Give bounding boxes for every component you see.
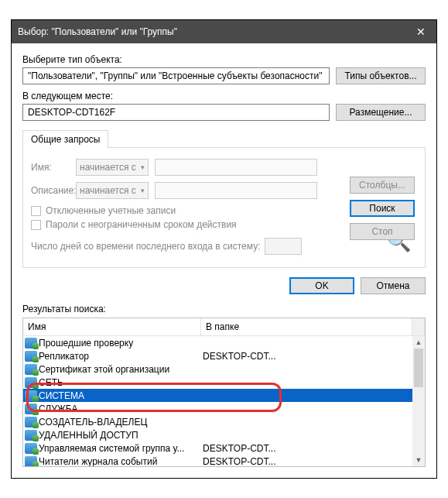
group-icon: [25, 338, 37, 349]
group-icon: [25, 417, 37, 428]
name-filter-input[interactable]: [155, 159, 317, 176]
result-row[interactable]: Читатели журнала событийDESKTOP-CDT...: [23, 455, 425, 466]
object-types-button[interactable]: Типы объектов...: [336, 67, 426, 84]
row-name: СИСТЕМА: [39, 390, 203, 401]
last-logon-spinner[interactable]: [265, 238, 302, 255]
result-row[interactable]: СЛУЖБА: [23, 402, 425, 415]
group-icon: [25, 404, 37, 414]
nonexp-passwords-label: Пароли с неограниченным сроком действия: [46, 219, 237, 230]
scrollbar[interactable]: ▲ ▼: [412, 336, 425, 466]
result-row[interactable]: СИСТЕМА: [23, 389, 425, 402]
columns-button[interactable]: Столбцы...: [350, 177, 415, 194]
result-row[interactable]: Прошедшие проверку: [23, 336, 425, 349]
result-row[interactable]: СЕТЬ: [23, 376, 425, 389]
find-now-button[interactable]: Поиск: [350, 200, 415, 217]
result-row[interactable]: УДАЛЕННЫЙ ДОСТУП: [23, 428, 425, 441]
disabled-accounts-label: Отключенные учетные записи: [46, 205, 176, 216]
col-name[interactable]: Имя: [23, 318, 201, 335]
row-name: Управляемая системой группа у...: [39, 443, 203, 454]
object-type-label: Выберите тип объекта:: [22, 54, 426, 65]
scroll-thumb[interactable]: [414, 349, 423, 387]
location-field: DESKTOP-CDT162F: [22, 104, 330, 121]
titlebar: Выбор: "Пользователи" или "Группы" ✕: [12, 20, 436, 43]
row-folder: DESKTOP-CDT...: [203, 351, 425, 362]
close-icon[interactable]: ✕: [412, 26, 430, 38]
result-row[interactable]: СОЗДАТЕЛЬ-ВЛАДЕЛЕЦ: [23, 415, 425, 428]
result-row[interactable]: Сертификат этой организации: [23, 362, 425, 376]
dialog-select-users-groups: Выбор: "Пользователи" или "Группы" ✕ Выб…: [11, 19, 437, 479]
group-icon: [25, 456, 37, 467]
row-name: Репликатор: [39, 351, 203, 362]
scroll-up-icon[interactable]: ▲: [412, 336, 425, 349]
col-spacer: [412, 318, 425, 335]
nonexp-passwords-checkbox[interactable]: [31, 220, 41, 230]
desc-op-select[interactable]: начинается с▾: [76, 182, 149, 199]
tab-common-queries[interactable]: Общие запросы: [22, 130, 108, 148]
disabled-accounts-checkbox[interactable]: [31, 206, 41, 216]
group-icon: [25, 364, 37, 375]
chevron-down-icon: ▾: [141, 163, 145, 171]
cancel-button[interactable]: Отмена: [361, 277, 426, 294]
row-name: СЕТЬ: [39, 377, 203, 388]
name-op-select[interactable]: начинается с▾: [76, 159, 149, 176]
group-icon: [25, 377, 37, 388]
result-row[interactable]: Управляемая системой группа у...DESKTOP-…: [23, 441, 425, 455]
group-icon: [25, 443, 37, 454]
locations-button[interactable]: Размещение...: [336, 104, 426, 121]
row-name: Читатели журнала событий: [39, 456, 203, 467]
col-folder[interactable]: В папке: [201, 318, 412, 335]
last-logon-label: Число дней со времени последнего входа в…: [31, 241, 260, 252]
object-type-field: "Пользователи", "Группы" или "Встроенные…: [22, 67, 330, 84]
group-icon: [25, 390, 37, 401]
row-name: УДАЛЕННЫЙ ДОСТУП: [39, 430, 203, 441]
location-label: В следующем месте:: [22, 91, 426, 101]
stop-button[interactable]: Стоп: [350, 223, 415, 240]
search-results-label: Результаты поиска:: [22, 304, 426, 314]
group-icon: [25, 430, 37, 441]
scroll-down-icon[interactable]: ▼: [412, 454, 425, 466]
group-icon: [25, 351, 37, 362]
results-grid: Имя В папке Прошедшие проверкуРепликатор…: [22, 318, 426, 467]
row-name: СОЗДАТЕЛЬ-ВЛАДЕЛЕЦ: [39, 417, 203, 428]
row-name: Сертификат этой организации: [39, 364, 203, 375]
result-row[interactable]: РепликаторDESKTOP-CDT...: [23, 349, 425, 362]
desc-filter-label: Описание:: [31, 185, 76, 196]
desc-filter-input[interactable]: [155, 182, 317, 199]
row-name: СЛУЖБА: [39, 404, 203, 414]
row-folder: DESKTOP-CDT...: [203, 443, 425, 454]
name-filter-label: Имя:: [31, 162, 76, 173]
ok-button[interactable]: OK: [289, 277, 354, 294]
row-folder: DESKTOP-CDT...: [203, 456, 425, 467]
row-name: Прошедшие проверку: [39, 338, 203, 349]
dialog-title: Выбор: "Пользователи" или "Группы": [18, 26, 412, 37]
chevron-down-icon: ▾: [141, 187, 145, 194]
